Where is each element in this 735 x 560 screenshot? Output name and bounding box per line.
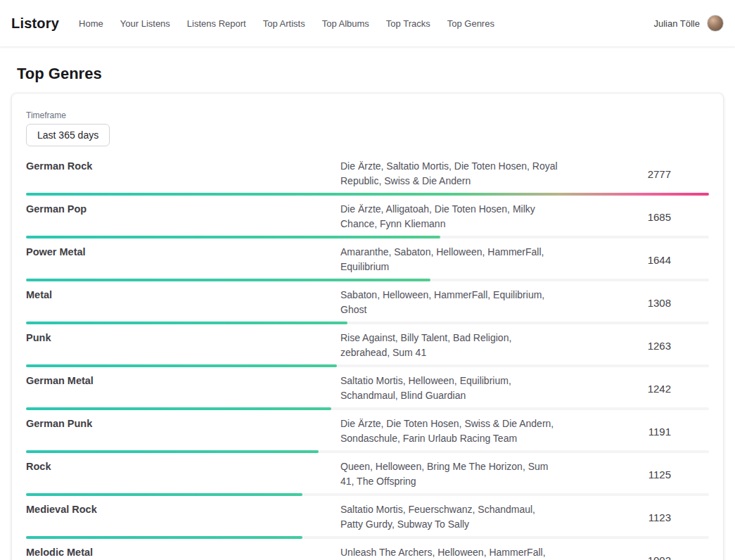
genre-name: Power Metal [26, 245, 340, 257]
timeframe-value: Last 365 days [37, 129, 98, 141]
genre-name: Melodic Metal [26, 545, 340, 558]
genre-bar-fill [26, 536, 302, 539]
genre-bar-fill [26, 193, 709, 196]
genre-bar-fill [26, 236, 440, 238]
genre-bar-track [26, 536, 709, 539]
genre-bar-track [26, 279, 709, 281]
genre-row: German Metal Saltatio Mortis, Helloween,… [26, 374, 709, 410]
genre-bar-track [26, 322, 709, 324]
genre-bar-track [26, 236, 709, 238]
genre-row: German Pop Die Ärzte, Alligatoah, Die To… [26, 202, 709, 238]
genre-row: Metal Sabaton, Helloween, HammerFall, Eq… [26, 288, 709, 324]
genre-count: 1685 [603, 211, 709, 223]
genre-row: Rock Queen, Helloween, Bring Me The Hori… [26, 459, 709, 496]
genre-row: Melodic Metal Unleash The Archers, Hello… [26, 545, 709, 560]
user-avatar [707, 15, 724, 32]
genre-artists: Queen, Helloween, Bring Me The Horizon, … [340, 459, 558, 489]
genre-artists: Unleash The Archers, Helloween, HammerFa… [340, 545, 558, 560]
genre-count: 1191 [603, 426, 709, 438]
genre-row: German Punk Die Ärzte, Die Toten Hosen, … [26, 416, 709, 453]
genre-artists: Saltatio Mortis, Feuerschwanz, Schandmau… [340, 502, 558, 532]
genre-name: German Metal [26, 374, 340, 386]
genre-bar-track [26, 407, 709, 410]
genre-count: 1263 [603, 340, 709, 352]
genre-artists: Die Ärzte, Alligatoah, Die Toten Hosen, … [340, 202, 558, 231]
genre-artists: Die Ärzte, Saltatio Mortis, Die Toten Ho… [340, 159, 558, 189]
app-logo[interactable]: Listory [11, 15, 59, 32]
genre-artists: Saltatio Mortis, Helloween, Equilibrium,… [340, 374, 558, 403]
genre-count: 1125 [603, 469, 709, 481]
genres-card: Timeframe Last 365 days German Rock Die … [11, 93, 724, 560]
genre-bar-fill [26, 279, 430, 281]
genre-row: Medieval Rock Saltatio Mortis, Feuerschw… [26, 502, 709, 539]
genre-bar-fill [26, 364, 337, 367]
nav-item-home[interactable]: Home [79, 18, 103, 29]
genre-row: Power Metal Amaranthe, Sabaton, Hellowee… [26, 245, 709, 281]
genre-bar-fill [26, 407, 331, 410]
main-content: Top Genres Timeframe Last 365 days Germa… [0, 65, 735, 560]
nav-item-top-genres[interactable]: Top Genres [447, 18, 494, 29]
genre-artists: Amaranthe, Sabaton, Helloween, HammerFal… [340, 245, 558, 274]
genre-bar-track [26, 450, 709, 453]
genre-artists: Sabaton, Helloween, HammerFall, Equilibr… [340, 288, 558, 317]
timeframe-label: Timeframe [26, 110, 709, 120]
genre-name: German Punk [26, 416, 340, 429]
nav-item-top-albums[interactable]: Top Albums [322, 18, 369, 29]
genre-count: 1242 [603, 383, 709, 395]
genre-name: Punk [26, 331, 340, 343]
genre-name: Medieval Rock [26, 502, 340, 515]
genre-name: Metal [26, 288, 340, 300]
genre-count: 1644 [603, 254, 709, 266]
genre-name: German Rock [26, 159, 340, 172]
genre-name: Rock [26, 459, 340, 472]
genre-count: 2777 [603, 168, 709, 180]
genre-count: 1123 [603, 511, 709, 523]
genre-count: 1002 [603, 554, 709, 560]
genre-row: Punk Rise Against, Billy Talent, Bad Rel… [26, 331, 709, 367]
user-name: Julian Tölle [653, 18, 700, 29]
top-nav: Listory Home Your Listens Listens Report… [0, 0, 735, 46]
genre-table: German Rock Die Ärzte, Saltatio Mortis, … [26, 159, 709, 560]
nav-item-top-artists[interactable]: Top Artists [263, 18, 305, 29]
genre-row: German Rock Die Ärzte, Saltatio Mortis, … [26, 159, 709, 196]
page-title: Top Genres [17, 65, 718, 83]
genre-artists: Rise Against, Billy Talent, Bad Religion… [340, 331, 558, 360]
genre-count: 1308 [603, 297, 709, 309]
genre-bar-fill [26, 493, 302, 496]
genre-bar-track [26, 193, 709, 196]
main-nav: Home Your Listens Listens Report Top Art… [79, 18, 653, 29]
genre-bar-track [26, 364, 709, 367]
user-menu[interactable]: Julian Tölle [653, 15, 724, 32]
genre-name: German Pop [26, 202, 340, 215]
nav-item-listens-report[interactable]: Listens Report [187, 18, 246, 29]
genre-bar-fill [26, 450, 319, 453]
genre-bar-fill [26, 322, 347, 324]
nav-item-your-listens[interactable]: Your Listens [120, 18, 170, 29]
genre-bar-track [26, 493, 709, 496]
genre-artists: Die Ärzte, Die Toten Hosen, Swiss & Die … [340, 416, 558, 446]
nav-item-top-tracks[interactable]: Top Tracks [386, 18, 430, 29]
timeframe-select[interactable]: Last 365 days [26, 124, 110, 146]
